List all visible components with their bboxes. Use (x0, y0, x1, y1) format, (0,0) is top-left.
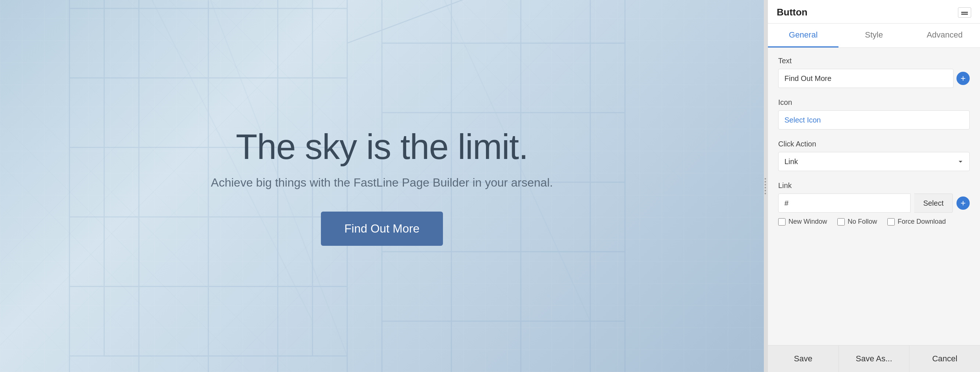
click-action-select[interactable]: Link Popup Scroll (778, 152, 970, 171)
force-download-checkbox[interactable] (888, 218, 895, 225)
new-window-checkbox-item[interactable]: New Window (778, 218, 827, 225)
link-input[interactable] (778, 193, 910, 213)
new-window-checkbox[interactable] (778, 218, 786, 225)
panel-body: Text + Icon Select Icon Click Action Lin… (768, 48, 980, 345)
drag-dot-1 (765, 178, 766, 180)
link-select-button[interactable]: Select (914, 193, 953, 213)
canvas-cta-button[interactable]: Find Out More (321, 212, 443, 246)
drag-dot-2 (765, 181, 766, 182)
panel-title: Button (777, 6, 808, 18)
link-add-button[interactable]: + (956, 196, 970, 210)
panel-footer: Save Save As... Cancel (768, 345, 980, 372)
save-button[interactable]: Save (768, 345, 839, 372)
tab-advanced[interactable]: Advanced (909, 24, 980, 48)
click-action-field-group: Click Action Link Popup Scroll (778, 140, 970, 171)
no-follow-checkbox[interactable] (837, 218, 845, 225)
text-field-group: Text + (778, 57, 970, 88)
panel-tabs: General Style Advanced (768, 24, 980, 48)
link-options-row: New Window No Follow Force Download (778, 218, 970, 225)
select-icon-link[interactable]: Select Icon (784, 116, 821, 125)
panel-header: Button (768, 0, 980, 24)
icon-select-field[interactable]: Select Icon (778, 110, 970, 129)
svg-rect-30 (180, 0, 222, 2)
icon-field-group: Icon Select Icon (778, 98, 970, 129)
save-as-button[interactable]: Save As... (839, 345, 910, 372)
link-field-label: Link (778, 181, 970, 190)
panel-collapse-button[interactable] (958, 7, 971, 18)
no-follow-checkbox-item[interactable]: No Follow (837, 218, 877, 225)
click-action-label: Click Action (778, 140, 970, 148)
force-download-label: Force Download (898, 218, 946, 225)
canvas-title: The sky is the limit. (211, 126, 553, 167)
drag-dot-4 (765, 187, 766, 188)
tab-general[interactable]: General (768, 24, 838, 48)
drag-dot-3 (765, 184, 766, 185)
text-input-row: + (778, 69, 970, 88)
text-input[interactable] (778, 69, 953, 88)
text-add-button[interactable]: + (956, 72, 970, 85)
new-window-label: New Window (789, 218, 827, 225)
canvas-content: The sky is the limit. Achieve big things… (196, 112, 568, 260)
force-download-checkbox-item[interactable]: Force Download (888, 218, 946, 225)
text-field-label: Text (778, 57, 970, 65)
link-field-group: Link Select + New Window No Follow For (778, 181, 970, 225)
svg-rect-32 (458, 0, 507, 43)
properties-panel: Button General Style Advanced Text + Ico… (767, 0, 980, 372)
drag-dot-6 (765, 193, 766, 194)
panel-resize-handle[interactable] (764, 0, 767, 372)
canvas-area: The sky is the limit. Achieve big things… (0, 0, 764, 372)
link-input-row: Select + (778, 193, 970, 213)
cancel-button[interactable]: Cancel (909, 345, 980, 372)
no-follow-label: No Follow (848, 218, 877, 225)
canvas-subtitle: Achieve big things with the FastLine Pag… (211, 176, 553, 190)
tab-style[interactable]: Style (838, 24, 909, 48)
icon-field-label: Icon (778, 98, 970, 107)
drag-dot-5 (765, 190, 766, 192)
